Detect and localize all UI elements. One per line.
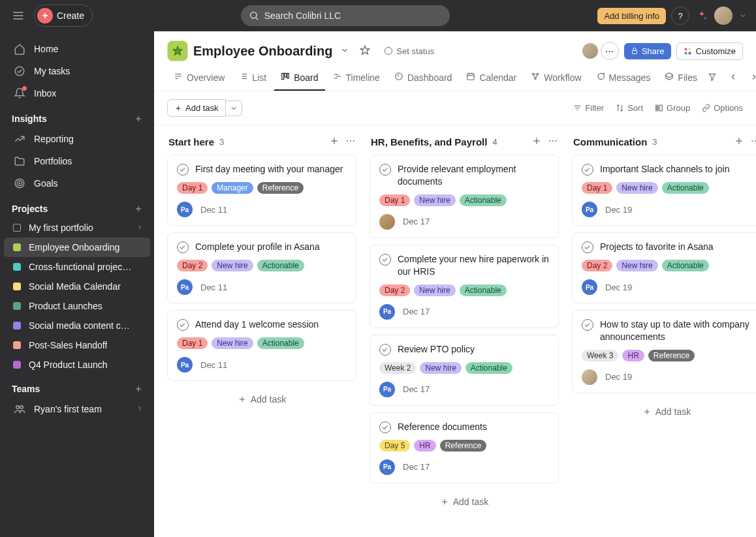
column-add-task[interactable]: Add task [167, 388, 356, 411]
tag-actionable[interactable]: Actionable [460, 284, 507, 296]
tab-list[interactable]: List [232, 65, 273, 91]
sidebar-item-inbox[interactable]: Inbox [4, 82, 150, 104]
tag-hr[interactable]: HR [414, 440, 435, 452]
sparkle-icon[interactable] [695, 8, 709, 23]
sidebar-item-goals[interactable]: Goals [4, 172, 150, 194]
column-more-button[interactable]: ⋯ [346, 136, 356, 148]
tag-new-hire[interactable]: New hire [616, 182, 657, 194]
column-add-button[interactable] [734, 136, 744, 148]
assignee-avatar[interactable] [379, 214, 395, 230]
tag-day-1[interactable]: Day 1 [582, 182, 612, 194]
tag-day-1[interactable]: Day 1 [177, 337, 208, 349]
add-teams-button[interactable] [132, 382, 145, 395]
column-add-task[interactable]: Add task [572, 400, 756, 423]
project-menu-caret[interactable] [338, 43, 352, 59]
share-button[interactable]: Share [624, 43, 671, 59]
sidebar-item-my-tasks[interactable]: My tasks [4, 60, 150, 82]
filter-button[interactable]: Filter [573, 103, 604, 113]
tag-week-3[interactable]: Week 3 [582, 350, 618, 361]
column-add-button[interactable] [329, 136, 339, 148]
group-button[interactable]: Group [655, 103, 690, 113]
task-card[interactable]: Attend day 1 welcome sessionDay 1New hir… [167, 310, 356, 381]
complete-checkbox[interactable] [177, 164, 189, 176]
tag-actionable[interactable]: Actionable [662, 182, 709, 194]
tag-actionable[interactable]: Actionable [460, 194, 507, 206]
help-button[interactable]: ? [671, 7, 689, 25]
sidebar-item-q4-product-launch[interactable]: Q4 Product Launch [4, 355, 150, 375]
assignee-avatar[interactable]: Pa [379, 459, 395, 475]
tabs-next[interactable] [747, 70, 756, 86]
complete-checkbox[interactable] [177, 319, 189, 331]
user-avatar[interactable] [714, 7, 732, 25]
tag-actionable[interactable]: Actionable [257, 337, 304, 349]
tag-new-hire[interactable]: New hire [616, 260, 657, 271]
task-card[interactable]: Reference documentsDay 5HRReferencePaDec… [370, 412, 559, 483]
tag-day-2[interactable]: Day 2 [379, 284, 410, 296]
complete-checkbox[interactable] [582, 319, 593, 331]
tabs-filter-icon[interactable] [705, 70, 719, 86]
add-task-button[interactable]: Add task [167, 99, 226, 117]
task-card[interactable]: Complete your new hire paperwork in our … [370, 245, 559, 328]
complete-checkbox[interactable] [582, 164, 593, 176]
assignee-avatar[interactable] [582, 369, 597, 385]
sidebar-item-ryan-s-first-team[interactable]: Ryan's first team [4, 398, 150, 420]
tag-new-hire[interactable]: New hire [212, 260, 253, 271]
column-more-button[interactable]: ⋯ [548, 136, 559, 148]
create-button[interactable]: Create [34, 5, 93, 27]
sidebar-item-my-first-portfolio[interactable]: My first portfolio [4, 218, 150, 238]
add-task-caret[interactable] [226, 100, 242, 116]
task-card[interactable]: Important Slack channels to joinDay 1New… [572, 155, 756, 226]
customize-button[interactable]: Customize [676, 42, 743, 60]
task-card[interactable]: Complete your profile in AsanaDay 2New h… [167, 232, 356, 303]
task-card[interactable]: Review PTO policyWeek 2New hireActionabl… [370, 335, 559, 406]
assignee-avatar[interactable]: Pa [177, 357, 193, 373]
tag-actionable[interactable]: Actionable [465, 362, 512, 374]
billing-button[interactable]: Add billing info [597, 8, 666, 24]
task-card[interactable]: First day meeting with your managerDay 1… [167, 155, 356, 226]
assignee-avatar[interactable]: Pa [177, 279, 193, 295]
tag-day-1[interactable]: Day 1 [379, 194, 410, 206]
tag-day-2[interactable]: Day 2 [582, 260, 612, 271]
complete-checkbox[interactable] [379, 254, 391, 266]
tab-dashboard[interactable]: Dashboard [388, 65, 459, 91]
tag-reference[interactable]: Reference [440, 440, 486, 452]
complete-checkbox[interactable] [379, 422, 391, 433]
tag-day-5[interactable]: Day 5 [379, 440, 410, 452]
tab-workflow[interactable]: Workflow [524, 65, 588, 91]
tag-reference[interactable]: Reference [257, 182, 304, 194]
set-status-button[interactable]: Set status [378, 44, 441, 58]
add-projects-button[interactable] [132, 202, 145, 215]
complete-checkbox[interactable] [379, 344, 391, 356]
sidebar-item-portfolios[interactable]: Portfolios [4, 150, 150, 172]
tag-new-hire[interactable]: New hire [420, 362, 461, 374]
task-card[interactable]: Provide relevant employment documentsDay… [370, 155, 559, 238]
column-more-button[interactable]: ⋯ [751, 136, 756, 148]
tab-files[interactable]: Files [658, 65, 704, 91]
tag-week-2[interactable]: Week 2 [379, 362, 416, 374]
options-button[interactable]: Options [702, 103, 743, 113]
sidebar-item-employee-onboarding[interactable]: Employee Onboarding [4, 238, 150, 257]
tab-timeline[interactable]: Timeline [326, 65, 386, 91]
task-card[interactable]: How to stay up to date with company anno… [572, 310, 756, 393]
tag-actionable[interactable]: Actionable [662, 260, 709, 271]
tag-hr[interactable]: HR [622, 350, 644, 361]
sidebar-item-social-media-calendar[interactable]: Social Media Calendar [4, 277, 150, 296]
tab-messages[interactable]: Messages [590, 65, 657, 91]
star-button[interactable] [357, 42, 373, 60]
complete-checkbox[interactable] [582, 241, 593, 253]
tag-day-1[interactable]: Day 1 [177, 182, 208, 194]
search-input[interactable]: Search Colibri LLC [241, 5, 450, 26]
sort-button[interactable]: Sort [616, 103, 643, 113]
add-insights-button[interactable] [132, 112, 145, 125]
column-add-task[interactable]: Add task [370, 490, 559, 514]
assignee-avatar[interactable]: Pa [379, 304, 395, 320]
sidebar-item-reporting[interactable]: Reporting [4, 128, 150, 150]
member-more-button[interactable]: ⋯ [601, 42, 619, 60]
assignee-avatar[interactable]: Pa [177, 202, 193, 217]
tag-actionable[interactable]: Actionable [257, 260, 304, 271]
assignee-avatar[interactable]: Pa [582, 279, 597, 295]
sidebar-item-home[interactable]: Home [4, 38, 150, 60]
tag-new-hire[interactable]: New hire [212, 337, 253, 349]
sidebar-item-cross-functional-project-p[interactable]: Cross-functional project p... [4, 257, 150, 277]
tag-reference[interactable]: Reference [648, 350, 695, 361]
